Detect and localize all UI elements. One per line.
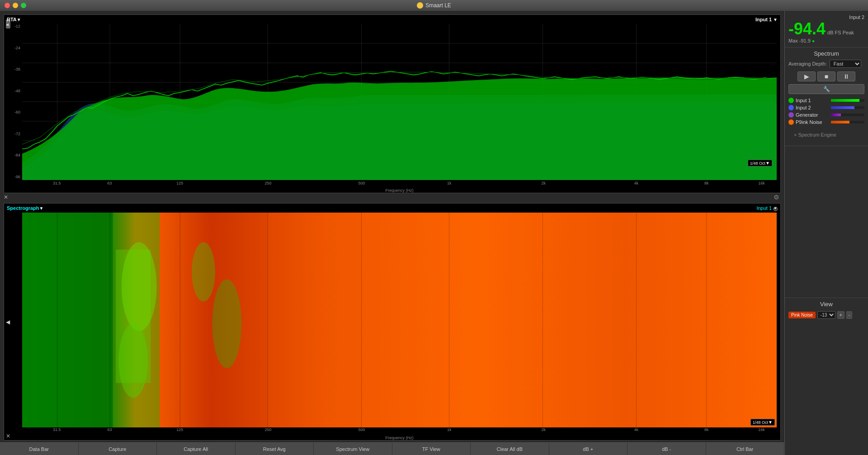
rta-svg (22, 24, 777, 180)
y-label: -24 (4, 46, 22, 50)
spec-x-label-31: 31.5 (53, 427, 61, 432)
app-icon (417, 2, 423, 9)
spec-x-label-16k: 16k (758, 427, 765, 432)
rta-x-title: Frequency (Hz) (22, 188, 777, 193)
rta-input-label[interactable]: Input 1 ▼ (755, 17, 778, 22)
tf-view-button[interactable]: TF View (392, 443, 471, 455)
input2-name[interactable]: Input 2 (796, 105, 829, 110)
spectrograph-side-handle: ◀ (6, 319, 10, 325)
spectrum-section: Spectrum Averaging Depth: Fast Medium Sl… (785, 47, 868, 146)
spectrograph-dropdown[interactable]: ▼ (39, 206, 44, 211)
input1-color-dot (788, 98, 794, 103)
ctrl-bar-button[interactable]: Ctrl Bar (706, 443, 785, 455)
rta-container: RTA▼ Input 1 ▼ -12 -24 -36 -48 -60 -72 -… (4, 14, 781, 193)
generator-level-bar (831, 114, 864, 116)
x-label-2k: 2k (542, 181, 546, 185)
spectrograph-settings-icon[interactable]: ⚙ (773, 205, 778, 213)
view-controls: Pink Noise -13 dB -6 dB 0 dB + - (788, 311, 864, 319)
spec-x-label-4k: 4k (634, 427, 639, 432)
spec-x-label-8k: 8k (704, 427, 709, 432)
y-label: -72 (4, 132, 22, 136)
generator-level-fill (831, 114, 841, 116)
y-label: -96 (4, 175, 22, 179)
clear-all-db-button[interactable]: Clear All dB (471, 443, 549, 455)
close-spectrograph-icon[interactable]: ✕ (6, 433, 10, 439)
input2-level-bar (831, 106, 864, 109)
avg-depth-select[interactable]: Fast Medium Slow (830, 60, 861, 68)
spectrum-title: Spectrum (788, 50, 864, 57)
charts-panel: RTA▼ Input 1 ▼ -12 -24 -36 -48 -60 -72 -… (0, 11, 784, 455)
x-label-4k: 4k (634, 181, 639, 185)
x-label-31: 31.5 (53, 181, 61, 185)
x-label-16k: 16k (758, 181, 765, 185)
reset-avg-button[interactable]: Reset Avg (236, 443, 314, 455)
input-row-pinknoise: P9ink Noise (788, 119, 864, 125)
gear-settings-icon[interactable]: ⚙ (774, 194, 779, 201)
y-label: -36 (4, 67, 22, 71)
generator-color-dot (788, 112, 794, 118)
avg-depth-row: Averaging Depth: Fast Medium Slow (788, 60, 864, 68)
spectrograph-label: Spectrograph▼ (7, 205, 43, 211)
input1-level-fill (831, 99, 859, 102)
db-value: -94.4 (788, 21, 826, 37)
input-row-generator: Generator (788, 112, 864, 118)
db-max: Max -91.9 ● (788, 38, 864, 43)
x-label-8k: 8k (704, 181, 709, 185)
x-label-500: 500 (359, 181, 365, 185)
generator-name[interactable]: Generator (796, 112, 829, 118)
x-label-63: 63 (108, 181, 112, 185)
spec-x-label-250: 250 (265, 427, 272, 432)
maximize-button[interactable] (21, 3, 26, 8)
capture-button[interactable]: Capture (79, 443, 157, 455)
db-display: -94.4 dB FS Peak (788, 21, 864, 37)
svg-point-32 (212, 279, 241, 368)
bottom-toolbar: Data Bar Capture Capture All Reset Avg S… (0, 442, 784, 455)
db-plus-button[interactable]: dB + (549, 443, 628, 455)
right-panel: Input 2 -94.4 dB FS Peak Max -91.9 ● Spe… (784, 11, 868, 455)
rta-dropdown-arrow[interactable]: ▼ (17, 17, 21, 22)
svg-rect-33 (268, 213, 777, 427)
app-title: Smaart LE (425, 2, 451, 9)
spectrum-view-button[interactable]: Spectrum View (314, 443, 392, 455)
rta-label: RTA▼ (7, 17, 21, 22)
rta-header: RTA▼ Input 1 ▼ (7, 17, 778, 22)
pinknoise-name[interactable]: P9ink Noise (796, 119, 829, 125)
pinknoise-level-bar (831, 121, 864, 123)
spec-x-label-2k: 2k (542, 427, 546, 432)
transport-row: ▶ ■ ⏸ (788, 71, 864, 81)
db-minus-button[interactable]: dB - (627, 443, 706, 455)
svg-point-30 (118, 324, 148, 398)
spectrograph-oct-badge[interactable]: 1/48 Oct▼ (750, 419, 775, 426)
titlebar: Smaart LE (0, 0, 868, 11)
rta-oct-badge[interactable]: 1/48 Oct▼ (748, 160, 772, 166)
close-button[interactable] (5, 3, 10, 8)
pink-noise-button[interactable]: Pink Noise (788, 312, 816, 318)
db-level-select[interactable]: -13 dB -6 dB 0 dB (817, 311, 835, 319)
input1-level-bar (831, 99, 864, 102)
capture-all-button[interactable]: Capture All (157, 443, 236, 455)
view-section: View Pink Noise -13 dB -6 dB 0 dB + - (785, 298, 868, 455)
stop-button[interactable]: ■ (817, 71, 835, 81)
input-meter: Input 2 -94.4 dB FS Peak Max -91.9 ● (785, 11, 868, 47)
add-spectrum-engine-button[interactable]: + Spectrum Engine (792, 130, 838, 139)
close-rta-icon[interactable]: ✕ (4, 194, 8, 200)
svg-point-31 (192, 242, 215, 302)
play-button[interactable]: ▶ (797, 71, 816, 81)
input2-level-fill (831, 106, 854, 109)
db-increment-button[interactable]: + (837, 311, 844, 319)
db-unit: dB FS Peak (827, 30, 854, 35)
db-decrement-button[interactable]: - (846, 311, 852, 319)
minimize-button[interactable] (13, 3, 18, 8)
data-bar-button[interactable]: Data Bar (0, 443, 79, 455)
settings-wrench-button[interactable]: 🔧 (788, 84, 864, 94)
spectrograph-canvas: 1/48 Oct▼ (22, 213, 777, 427)
pause-button[interactable]: ⏸ (837, 71, 855, 81)
y-label: -84 (4, 153, 22, 157)
avg-depth-label: Averaging Depth: (788, 61, 827, 66)
right-panel-spacer (785, 146, 868, 298)
wrench-icon: 🔧 (823, 86, 830, 92)
spec-x-label-63: 63 (108, 427, 112, 432)
input1-name[interactable]: Input 1 (796, 98, 829, 103)
spectrograph-header: Spectrograph▼ Input 1 ▼ (7, 205, 778, 211)
spec-x-label-1k: 1k (447, 427, 452, 432)
